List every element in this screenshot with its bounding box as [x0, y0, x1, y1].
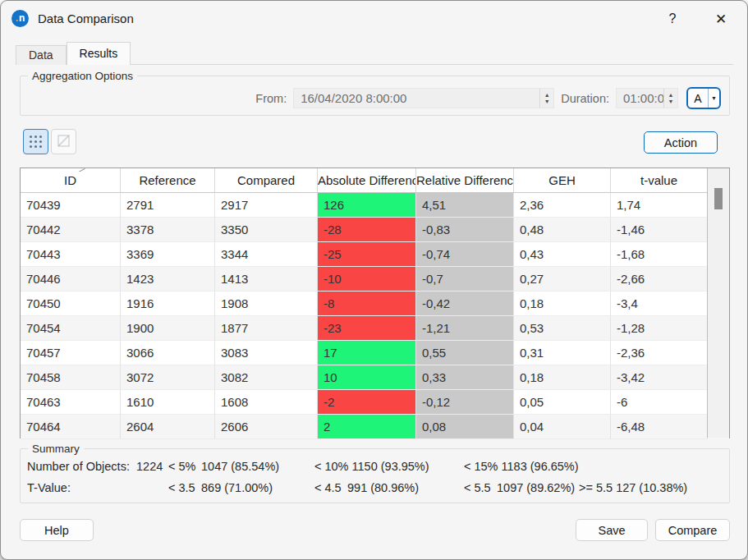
spinner-up-icon[interactable]: ▲ — [668, 92, 674, 99]
cell-reference: 2604 — [121, 415, 215, 439]
summary-label: T-Value: — [27, 481, 136, 494]
cell-geh: 0,04 — [514, 415, 611, 439]
cell-compared: 1877 — [215, 316, 318, 341]
column-header-absolute-difference[interactable]: Absolute Difference — [318, 168, 416, 192]
scrollbar-thumb[interactable] — [714, 188, 723, 209]
column-header-relative-difference[interactable]: Relative Difference — [416, 168, 514, 192]
edit-disabled-button[interactable] — [51, 129, 76, 154]
from-spinner[interactable]: ▲ ▼ — [539, 89, 553, 108]
cell-relative-difference: -0,42 — [416, 291, 514, 316]
cell-reference: 2791 — [121, 193, 215, 218]
summary-threshold: < 5.5 — [464, 481, 497, 494]
cell-absolute-difference: -25 — [318, 242, 416, 267]
table-row[interactable]: 70457 3066 3083 17 0,55 0,31 -2,36 — [21, 341, 729, 365]
aggregation-mode-value: A — [688, 89, 708, 108]
table-row[interactable]: 70439 2791 2917 126 4,51 2,36 1,74 — [21, 193, 729, 218]
cell-id: 70454 — [21, 316, 121, 341]
cell-reference: 3369 — [121, 242, 215, 267]
cell-absolute-difference: 10 — [318, 365, 416, 390]
column-header-reference[interactable]: Reference — [121, 168, 215, 192]
from-datetime-input[interactable]: 16/04/2020 8:00:00 ▲ ▼ — [293, 88, 554, 108]
column-header-id[interactable]: ID — [21, 168, 121, 192]
table-row[interactable]: 70463 1610 1608 -2 -0,12 0,05 -6 — [21, 390, 729, 415]
save-button[interactable]: Save — [576, 519, 648, 541]
action-button[interactable]: Action — [644, 131, 718, 154]
cell-absolute-difference: 17 — [318, 341, 416, 365]
cell-relative-difference: 0,33 — [416, 365, 514, 390]
spinner-down-icon[interactable]: ▼ — [668, 99, 674, 105]
spinner-down-icon[interactable]: ▼ — [544, 99, 550, 105]
cell-id: 70464 — [21, 415, 121, 439]
cell-absolute-difference: -28 — [318, 218, 416, 242]
summary-value: 1097 (89.62%) — [497, 481, 575, 494]
from-datetime-value: 16/04/2020 8:00:00 — [294, 91, 539, 105]
cell-absolute-difference: -8 — [318, 291, 416, 316]
table-row[interactable]: 70454 1900 1877 -23 -1,21 0,53 -1,28 — [21, 316, 729, 341]
app-logo-icon: .n — [11, 10, 29, 27]
cell-compared: 2917 — [215, 193, 318, 218]
aggregation-row: From: 16/04/2020 8:00:00 ▲ ▼ Duration: 0… — [21, 82, 729, 109]
table-row[interactable]: 70458 3072 3082 10 0,33 0,18 -3,42 — [21, 365, 729, 390]
cell-compared: 1908 — [215, 291, 318, 316]
summary-legend: Summary — [28, 443, 84, 455]
cell-id: 70442 — [21, 218, 121, 242]
tab-results[interactable]: Results — [67, 42, 131, 65]
table-row[interactable]: 70446 1423 1413 -10 -0,7 0,27 -2,66 — [21, 267, 729, 291]
spinner-up-icon[interactable]: ▲ — [544, 92, 550, 99]
data-comparison-dialog: .n Data Comparison ? ✕ Data Results Aggr… — [0, 0, 748, 560]
cell-geh: 2,36 — [514, 193, 611, 218]
cell-t-value: -1,28 — [611, 316, 708, 341]
cell-absolute-difference: -10 — [318, 267, 416, 291]
cell-t-value: -1,68 — [611, 242, 708, 267]
tabbar: Data Results — [16, 42, 131, 65]
summary-value: 1150 (93.95%) — [352, 460, 429, 473]
duration-value: 01:00:00 — [617, 91, 663, 105]
summary-group: Summary Number of Objects:1224< 5%1047 (… — [20, 443, 730, 503]
summary-value: 127 (10.38%) — [616, 481, 687, 494]
summary-threshold: < 5% — [168, 460, 201, 473]
column-header-compared[interactable]: Compared — [215, 168, 318, 192]
cell-id: 70450 — [21, 291, 121, 316]
table-body: 70439 2791 2917 126 4,51 2,36 1,74 70442… — [21, 193, 729, 439]
summary-value: 1047 (85.54%) — [201, 460, 279, 473]
grid-view-button[interactable] — [23, 129, 48, 154]
table-row[interactable]: 70442 3378 3350 -28 -0,83 0,48 -1,46 — [21, 218, 729, 242]
close-button[interactable]: ✕ — [711, 9, 731, 29]
cell-absolute-difference: -23 — [318, 316, 416, 341]
cell-id: 70439 — [21, 193, 121, 218]
cell-compared: 2606 — [215, 415, 318, 439]
compare-button[interactable]: Compare — [655, 519, 730, 541]
aggregation-options-group: Aggregation Options From: 16/04/2020 8:0… — [20, 70, 730, 116]
cell-relative-difference: -0,74 — [416, 242, 514, 267]
help-button[interactable]: Help — [20, 519, 94, 541]
cell-relative-difference: 0,08 — [416, 415, 514, 439]
cell-absolute-difference: -2 — [318, 390, 416, 415]
tab-data[interactable]: Data — [16, 45, 67, 65]
vertical-scrollbar[interactable] — [707, 168, 729, 438]
cell-absolute-difference: 2 — [318, 415, 416, 439]
cell-relative-difference: -0,12 — [416, 390, 514, 415]
cell-t-value: -6,48 — [611, 415, 708, 439]
aggregation-mode-dropdown[interactable]: A ▼ — [686, 87, 721, 109]
cell-reference: 1423 — [121, 267, 215, 291]
cell-relative-difference: 0,55 — [416, 341, 514, 365]
column-header-t-value[interactable]: t-value — [611, 168, 708, 192]
summary-threshold: < 3.5 — [168, 481, 201, 494]
summary-row: Number of Objects:1224< 5%1047 (85.54%)<… — [21, 457, 729, 476]
table-row[interactable]: 70464 2604 2606 2 0,08 0,04 -6,48 — [21, 415, 729, 439]
table-row[interactable]: 70450 1916 1908 -8 -0,42 0,18 -3,4 — [21, 291, 729, 316]
duration-spinner[interactable]: ▲ ▼ — [663, 89, 677, 108]
cell-reference: 3072 — [121, 365, 215, 390]
cell-compared: 1413 — [215, 267, 318, 291]
dropdown-arrow-icon[interactable]: ▼ — [709, 89, 719, 108]
table-row[interactable]: 70443 3369 3344 -25 -0,74 0,43 -1,68 — [21, 242, 729, 267]
help-title-button[interactable]: ? — [663, 10, 681, 28]
cell-reference: 1610 — [121, 390, 215, 415]
column-header-geh[interactable]: GEH — [514, 168, 611, 192]
cell-relative-difference: -0,83 — [416, 218, 514, 242]
cell-t-value: -6 — [611, 390, 708, 415]
summary-value: 869 (71.00%) — [201, 481, 273, 494]
cell-compared: 1608 — [215, 390, 318, 415]
summary-value: 991 (80.96%) — [347, 481, 419, 494]
duration-input[interactable]: 01:00:00 ▲ ▼ — [616, 88, 678, 108]
